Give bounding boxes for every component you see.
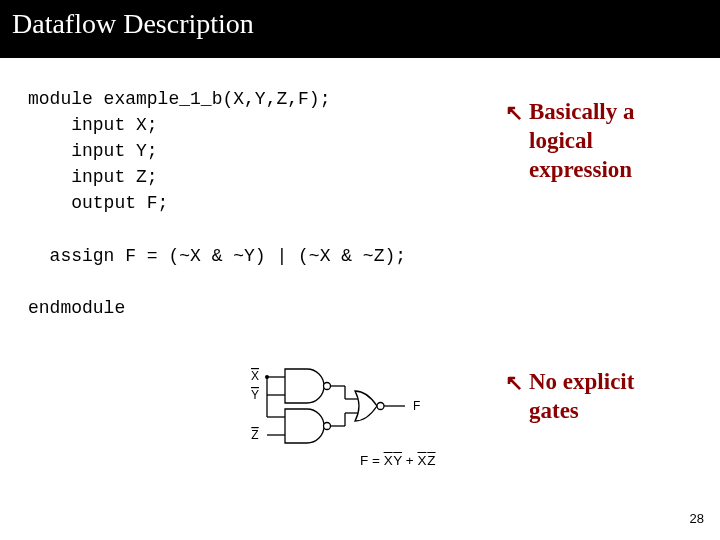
code-line: input Z; <box>28 167 158 187</box>
svg-point-2 <box>377 403 384 410</box>
code-line: assign F = (~X & ~Y) | (~X & ~Z); <box>28 246 406 266</box>
annotation-line: gates <box>529 397 634 426</box>
code-line: endmodule <box>28 298 125 318</box>
annotation-line: No explicit <box>529 368 634 397</box>
code-line: input Y; <box>28 141 158 161</box>
formula-var: Z <box>427 453 435 468</box>
svg-text:Y: Y <box>251 388 259 402</box>
annotation-line: expression <box>529 156 634 185</box>
arrow-upleft-icon: ↖ <box>505 368 523 394</box>
formula-plus: + <box>402 453 417 468</box>
annotation-no-gates: ↖ No explicit gates <box>505 368 705 426</box>
svg-text:Z: Z <box>251 428 258 442</box>
svg-text:F: F <box>413 399 420 413</box>
slide-title-bar: Dataflow Description <box>0 0 720 58</box>
slide-title: Dataflow Description <box>12 8 254 39</box>
svg-text:X: X <box>251 369 259 383</box>
logic-diagram: X Y Z F F = X Y + X Z <box>245 363 465 483</box>
slide-body: module example_1_b(X,Y,Z,F); input X; in… <box>0 58 720 321</box>
code-line: module example_1_b(X,Y,Z,F); <box>28 89 330 109</box>
code-line: output F; <box>28 193 168 213</box>
formula-lhs: F = <box>360 453 384 468</box>
annotation-line: Basically a <box>529 98 634 127</box>
formula-var: X <box>417 453 426 468</box>
page-number: 28 <box>690 511 704 526</box>
formula-var: X <box>384 453 393 468</box>
formula-var: Y <box>393 453 402 468</box>
annotation-logical-expression: ↖ Basically a logical expression <box>505 98 705 184</box>
annotation-line: logical <box>529 127 634 156</box>
arrow-upleft-icon: ↖ <box>505 98 523 124</box>
svg-point-1 <box>324 423 331 430</box>
boolean-formula: F = X Y + X Z <box>360 453 436 468</box>
code-line: input X; <box>28 115 158 135</box>
svg-point-8 <box>265 375 269 379</box>
svg-point-0 <box>324 383 331 390</box>
